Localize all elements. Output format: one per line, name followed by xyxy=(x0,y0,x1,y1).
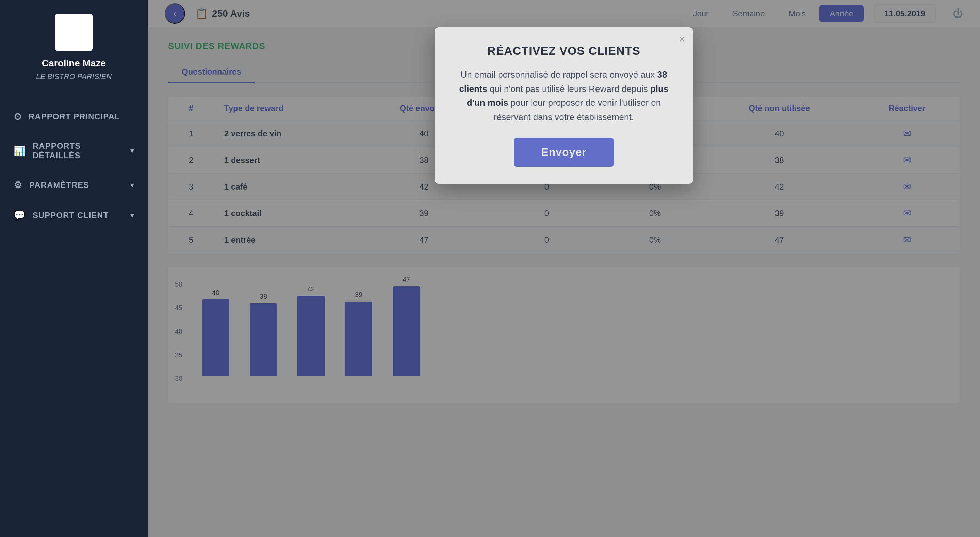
sidebar-item-support-client[interactable]: 💬 SUPPORT CLIENT ▾ xyxy=(0,200,148,230)
modal-overlay[interactable]: × RÉACTIVEZ VOS CLIENTS Un email personn… xyxy=(148,0,980,537)
sidebar-item-rapports-detailles[interactable]: 📊 RAPPORTS DÉTAILLÉS ▾ xyxy=(0,132,148,170)
sidebar-item-parametres[interactable]: ⚙ PARAMÈTRES ▾ xyxy=(0,170,148,200)
modal-body-middle: qui n'ont pas utilisé leurs Reward depui… xyxy=(487,84,650,94)
rapport-principal-icon: ⊙ xyxy=(14,111,22,122)
main-content: ‹ 📋 250 Avis Jour Semaine Mois Année 11.… xyxy=(148,0,980,537)
modal-close-button[interactable]: × xyxy=(679,34,685,44)
rapports-detailles-icon: 📊 xyxy=(14,145,26,156)
support-client-icon: 💬 xyxy=(14,210,26,221)
modal-body-suffix: pour leur proposer de venir l'utiliser e… xyxy=(494,98,661,122)
chevron-down-icon: ▾ xyxy=(130,147,134,155)
chevron-down-icon: ▾ xyxy=(130,181,134,189)
sidebar-restaurant-name: LE BISTRO PARISIEN xyxy=(36,72,111,81)
sidebar-nav: ⊙ RAPPORT PRINCIPAL 📊 RAPPORTS DÉTAILLÉS… xyxy=(0,101,148,230)
modal: × RÉACTIVEZ VOS CLIENTS Un email personn… xyxy=(434,27,693,184)
sidebar-item-label: PARAMÈTRES xyxy=(29,180,89,190)
parametres-icon: ⚙ xyxy=(14,179,22,191)
modal-body-prefix: Un email personnalisé de rappel sera env… xyxy=(460,69,657,80)
modal-body: Un email personnalisé de rappel sera env… xyxy=(455,68,673,124)
sidebar-item-label: RAPPORT PRINCIPAL xyxy=(29,112,120,121)
sidebar-logo: 🍽 xyxy=(55,14,92,51)
sidebar-user-name: Caroline Maze xyxy=(42,58,106,69)
chevron-down-icon: ▾ xyxy=(130,211,134,220)
modal-send-button[interactable]: Envoyer xyxy=(514,138,614,167)
sidebar: 🍽 Caroline Maze LE BISTRO PARISIEN ⊙ RAP… xyxy=(0,0,148,537)
modal-title: RÉACTIVEZ VOS CLIENTS xyxy=(455,44,673,57)
sidebar-item-label: SUPPORT CLIENT xyxy=(33,210,108,220)
sidebar-item-label: RAPPORTS DÉTAILLÉS xyxy=(33,141,124,160)
logo-icon: 🍽 xyxy=(68,25,80,40)
sidebar-item-rapport-principal[interactable]: ⊙ RAPPORT PRINCIPAL xyxy=(0,101,148,132)
